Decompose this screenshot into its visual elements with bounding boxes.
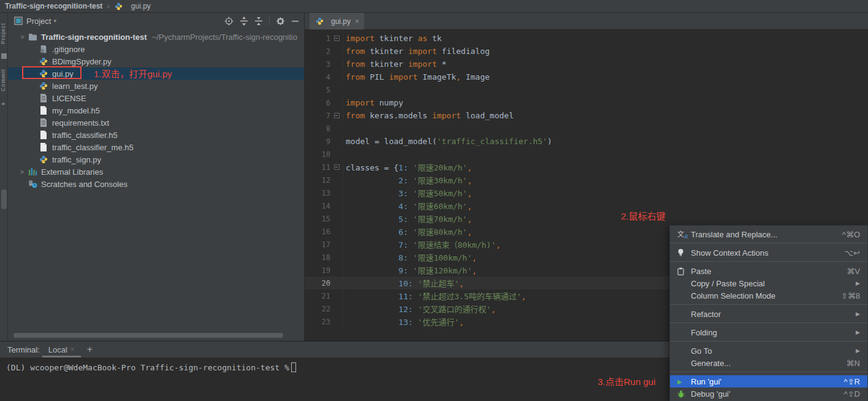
python-icon: [39, 56, 48, 66]
tree-item-requirements-txt[interactable]: requirements.txt: [8, 116, 304, 129]
menu-separator: [670, 243, 867, 243]
tree-item-learn-test-py[interactable]: learn_test.py: [8, 80, 304, 92]
line-number: 2: [305, 47, 330, 56]
stripe-thumb[interactable]: [1, 189, 7, 209]
menu-item-label: Debug 'gui': [691, 389, 837, 399]
code-line-12: 12 2: '限速30km/h',: [305, 174, 868, 186]
tree-item-label: LICENSE: [52, 94, 86, 103]
tree-item--gitignore[interactable]: .gitignore: [8, 43, 304, 55]
line-number: 1: [305, 34, 330, 43]
terminal-cursor: [291, 362, 296, 372]
expand-all-icon[interactable]: [240, 17, 248, 26]
line-number: 20: [305, 279, 330, 288]
tree-item-label: .gitignore: [52, 45, 85, 54]
menu-item-translate-and-replace[interactable]: 文RTranslate and Replace...^⌘O: [670, 228, 867, 240]
tree-item-traffic-classifier-me-h5[interactable]: traffic_classifier_me.h5: [8, 141, 304, 153]
code-text: from PIL import ImageTk, Image: [343, 72, 868, 82]
menu-shortcut: ^⇧R: [844, 377, 860, 386]
terminal-tab-local[interactable]: Local ×: [46, 342, 77, 357]
menu-item-refactor[interactable]: Refactor▶: [670, 308, 867, 320]
gitignore-icon: [39, 44, 48, 54]
new-terminal-icon[interactable]: +: [87, 344, 93, 355]
line-number: 22: [305, 305, 330, 313]
code-line-2: 2from tkinter import filedialog: [305, 45, 868, 58]
active-tab-underline: [42, 356, 81, 357]
code-text: 3: '限速50km/h',: [343, 187, 868, 199]
hide-icon[interactable]: [291, 17, 299, 25]
horizontal-scrollbar[interactable]: [13, 333, 283, 338]
menu-shortcut: ^⇧D: [844, 389, 860, 399]
line-number: 14: [305, 202, 330, 210]
code-line-4: 4from PIL import ImageTk, Image: [305, 71, 868, 83]
tree-item-gui-py[interactable]: gui.py: [8, 67, 304, 80]
tab-gui-py[interactable]: gui.py ×: [310, 13, 364, 29]
stripe-add-icon[interactable]: +: [1, 100, 5, 107]
code-line-8: 8: [305, 122, 868, 135]
menu-item-label: Generate...: [691, 359, 839, 368]
menu-item-run-gui[interactable]: ▶Run 'gui'^⇧R: [670, 375, 867, 388]
project-panel-header: Project ▾: [8, 13, 304, 29]
close-icon[interactable]: ×: [70, 345, 75, 354]
fold-marker-icon[interactable]: −: [334, 113, 340, 118]
fold-marker-icon[interactable]: −: [334, 164, 340, 170]
menu-item-column-selection-mode[interactable]: Column Selection Mode⇧⌘8: [670, 289, 867, 302]
submenu-arrow-icon: ▶: [856, 311, 860, 317]
python-icon: [114, 1, 124, 11]
file-icon: [39, 105, 48, 115]
menu-shortcut: ⇧⌘8: [841, 291, 860, 300]
menu-item-show-context-actions[interactable]: Show Context Actions⌥↩: [670, 246, 867, 259]
line-number: 23: [305, 318, 330, 326]
pycharm-window: Traffic-sign-recognition-test > gui.py P…: [0, 0, 868, 401]
tree-item-scratches-and-consoles[interactable]: Scratches and Consoles: [8, 178, 304, 190]
breadcrumb-project[interactable]: Traffic-sign-recognition-test: [5, 2, 102, 10]
file-icon: [39, 130, 48, 140]
submenu-arrow-icon: ▶: [856, 348, 860, 354]
line-number: 3: [305, 60, 330, 69]
menu-item-folding[interactable]: Folding▶: [670, 326, 867, 338]
menu-shortcut: ⌘N: [847, 359, 860, 368]
breadcrumb-file[interactable]: gui.py: [131, 2, 151, 10]
tree-item-traffic-classifier-h5[interactable]: traffic_classifier.h5: [8, 129, 304, 141]
line-number: 6: [305, 99, 330, 107]
menu-item-generate[interactable]: Generate...⌘N: [670, 357, 867, 369]
menu-separator: [670, 304, 867, 305]
menu-item-debug-gui[interactable]: Debug 'gui'^⇧D: [670, 388, 867, 400]
textfile-icon: [39, 93, 48, 103]
folder-icon: [28, 32, 37, 42]
project-tool-icon: [14, 17, 23, 25]
code-line-14: 14 4: '限速60km/h',: [305, 199, 868, 212]
menu-item-copy-paste-special[interactable]: Copy / Paste Special▶: [670, 277, 867, 289]
chevron-expanded-icon[interactable]: >: [19, 31, 26, 42]
chevron-down-icon[interactable]: ▾: [53, 18, 56, 24]
tree-item-my-model-h5[interactable]: my_model.h5: [8, 104, 304, 116]
breadcrumb-separator: >: [106, 2, 110, 10]
tree-item-bdimgspyder-py[interactable]: BDimgSpyder.py: [8, 55, 304, 67]
fold-marker-icon[interactable]: −: [334, 36, 340, 41]
tree-item-external-libraries[interactable]: >External Libraries: [8, 166, 304, 178]
tree-item-license[interactable]: LICENSE: [8, 92, 304, 104]
stripe-commit-button[interactable]: Commit: [0, 63, 8, 97]
code-line-11: 11−classes = {1: '限速20km/h',: [305, 161, 868, 174]
chevron-collapsed-icon[interactable]: >: [17, 169, 28, 175]
tree-item-traffic-sign-py[interactable]: traffic_sign.py: [8, 153, 304, 166]
locate-icon[interactable]: [224, 17, 234, 26]
python-icon: [39, 69, 48, 78]
menu-item-label: Copy / Paste Special: [691, 279, 848, 288]
menu-item-label: Run 'gui': [691, 377, 837, 386]
code-line-9: 9model = load_model('traffic_classifier.…: [305, 135, 868, 148]
close-icon[interactable]: ×: [355, 17, 359, 26]
tree-item-label: Traffic-sign-recognition-test: [41, 32, 147, 42]
line-number: 5: [305, 86, 330, 94]
tab-label: gui.py: [331, 17, 351, 26]
line-number: 4: [305, 73, 330, 82]
line-number: 19: [305, 266, 330, 275]
terminal-prompt: (DL) wcooper@WdeMacBook-Pro Traffic-sign…: [6, 363, 289, 372]
menu-item-go-to[interactable]: Go To▶: [670, 345, 867, 357]
menu-item-paste[interactable]: Paste⌘V: [670, 265, 867, 277]
settings-icon[interactable]: [276, 17, 285, 26]
tree-item-traffic-sign-recognition-test[interactable]: >Traffic-sign-recognition-test~/PycharmP…: [8, 31, 304, 43]
tree-item-label: traffic_classifier_me.h5: [52, 143, 134, 152]
collapse-all-icon[interactable]: [254, 17, 263, 26]
project-panel-title[interactable]: Project: [26, 17, 51, 26]
stripe-project-button[interactable]: Project: [0, 17, 8, 50]
